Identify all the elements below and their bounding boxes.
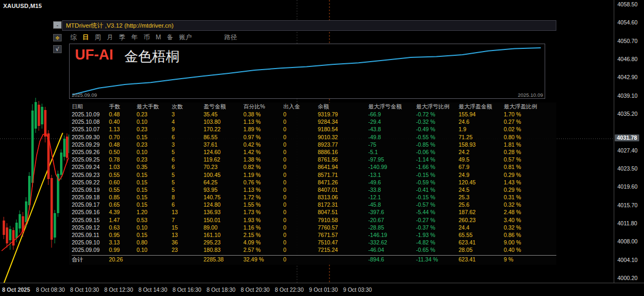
- table-cell: 32.49 %: [243, 256, 283, 263]
- period-tabs: 综日周月季年币M备账户: [70, 33, 192, 41]
- table-cell: 8886.16: [318, 148, 368, 156]
- table-cell: -49.8: [368, 133, 416, 141]
- table-cell: 35.45: [204, 111, 243, 118]
- table-cell: 0.70: [109, 133, 137, 141]
- table-cell: 7910.58: [318, 216, 368, 224]
- table-cell: -0.37 %: [416, 224, 459, 231]
- table-row: 2025.09.110.950.1513161.102.15 %07671.57…: [72, 231, 556, 239]
- table-cell: 0: [283, 186, 318, 193]
- table-cell: -0.15 %: [416, 171, 459, 179]
- tab-周[interactable]: 周: [95, 33, 101, 41]
- table-cell: 0.15: [137, 186, 172, 193]
- table-cell: 0.42 %: [243, 141, 283, 148]
- panel-title: MTDriver统计 ,V3.12 (http://mtdriver.cn): [66, 22, 174, 29]
- tab-M[interactable]: M: [156, 33, 161, 41]
- table-cell: 0.32 %: [504, 201, 554, 208]
- time-tick-label: 9 Oct 03:30: [343, 286, 372, 293]
- table-cell: 623.41: [459, 256, 504, 263]
- tab-季[interactable]: 季: [119, 33, 125, 41]
- tab-备[interactable]: 备: [167, 33, 173, 41]
- table-cell: 24.5: [459, 186, 504, 193]
- table-cell: 0.15: [137, 179, 172, 186]
- table-row: 2025.09.300.700.15686.550.97 %09010.32-4…: [72, 133, 556, 141]
- table-cell: 2025.09.26: [72, 148, 109, 156]
- time-tick-label: 8 Oct 18:30: [207, 286, 235, 293]
- time-tick-label: 8 Oct 14:30: [138, 286, 167, 293]
- table-cell: 1.43 %: [504, 179, 554, 186]
- equity-chart: UF-AI 金色梧桐 2025.09.09 2025.10.09: [69, 44, 545, 99]
- time-tick-label: 8 Oct 2025: [2, 286, 30, 293]
- table-cell: 3.40 %: [504, 216, 554, 224]
- table-cell: 93.95: [204, 186, 243, 193]
- table-cell: 0.95: [109, 231, 137, 239]
- table-cell: 9.00 %: [504, 239, 554, 246]
- column-header: 百分比%: [243, 103, 283, 111]
- price-tick-label: 4050.70: [617, 38, 638, 44]
- table-cell: 65.55: [459, 231, 504, 239]
- table-cell: 0.10: [137, 224, 172, 231]
- table-cell: 0.02 %: [504, 125, 554, 133]
- time-axis[interactable]: 8 Oct 20258 Oct 08:308 Oct 10:308 Oct 12…: [0, 283, 644, 296]
- table-cell: 8047.51: [318, 208, 368, 216]
- table-cell: 28.05: [459, 246, 504, 253]
- tab-日[interactable]: 日: [82, 33, 89, 41]
- price-tick-label: 4058.50: [617, 1, 638, 7]
- column-header: 盈亏金额: [204, 103, 243, 111]
- table-cell: -13.1: [368, 171, 416, 179]
- table-cell: 23: [172, 246, 204, 253]
- table-cell: 8407.01: [318, 186, 368, 193]
- table-row: 2025.10.090.480.23335.450.38 %09319.79-6…: [72, 111, 556, 118]
- tab-月[interactable]: 月: [107, 33, 113, 41]
- table-cell: -1.14 %: [416, 156, 459, 163]
- chart-end-date: 2025.10.09: [518, 92, 543, 98]
- time-tick-label: 8 Oct 22:30: [275, 286, 303, 293]
- column-header: 日期: [72, 103, 109, 111]
- table-cell: 124.80: [204, 201, 243, 208]
- table-cell: 0.57 %: [504, 156, 554, 163]
- table-cell: 89.00: [204, 224, 243, 231]
- table-cell: 0: [283, 118, 318, 125]
- table-cell: 0.23: [137, 125, 172, 133]
- tab-币[interactable]: 币: [143, 33, 150, 41]
- time-tick-label: 8 Oct 20:30: [241, 286, 269, 293]
- table-cell: [318, 256, 368, 263]
- minimize-button[interactable]: -: [53, 21, 62, 29]
- table-cell: 0.10: [137, 246, 172, 253]
- table-cell: 187.62: [459, 208, 504, 216]
- tab-年[interactable]: 年: [131, 33, 138, 41]
- table-cell: 0.15: [137, 171, 172, 179]
- table-cell: 6: [172, 156, 204, 163]
- confirm-check-button[interactable]: √: [53, 45, 62, 53]
- table-cell: 0.82 %: [243, 163, 283, 171]
- move-panel-icon-button[interactable]: ❖: [53, 34, 62, 41]
- table-cell: 86.55: [204, 133, 243, 141]
- tab-综[interactable]: 综: [70, 33, 77, 41]
- table-cell: -332.62: [368, 239, 416, 246]
- table-cell: 8641.94: [318, 163, 368, 171]
- panel-titlebar[interactable]: MTDriver统计 ,V3.12 (http://mtdriver.cn): [62, 20, 556, 31]
- table-cell: 2285.38: [204, 256, 243, 263]
- table-cell: -0.55 %: [416, 133, 459, 141]
- table-cell: 0.31 %: [504, 193, 554, 201]
- table-cell: -0.32 %: [416, 118, 459, 125]
- table-cell: 0.10: [137, 118, 172, 125]
- table-cell: 0.85: [109, 193, 137, 201]
- table-cell: 0: [283, 111, 318, 118]
- tab-账户[interactable]: 账户: [179, 33, 192, 41]
- table-row: 2025.09.180.850.158140.751.72 %08313.06-…: [72, 193, 556, 201]
- table-cell: 5: [172, 171, 204, 179]
- table-cell: 158.93: [459, 141, 504, 148]
- table-row: 2025.09.120.630.101589.001.16 %07760.57-…: [72, 224, 556, 231]
- price-tick-label: 4035.20: [617, 111, 638, 117]
- price-tick-label: 4011.80: [617, 220, 637, 226]
- table-cell: -28.85: [368, 224, 416, 231]
- column-header: 最大手数: [137, 103, 172, 111]
- path-button[interactable]: 路径: [224, 33, 237, 41]
- table-cell: 8923.77: [318, 141, 368, 148]
- table-cell: 161.10: [204, 231, 243, 239]
- price-axis[interactable]: 4058.504054.604050.704046.804042.904039.…: [614, 0, 644, 283]
- table-cell: -5.1: [368, 148, 416, 156]
- table-cell: 2025.09.15: [72, 216, 109, 224]
- table-cell: -5.44 %: [416, 208, 459, 216]
- table-row: 2025.09.170.650.156124.801.55 %08172.31-…: [72, 201, 556, 208]
